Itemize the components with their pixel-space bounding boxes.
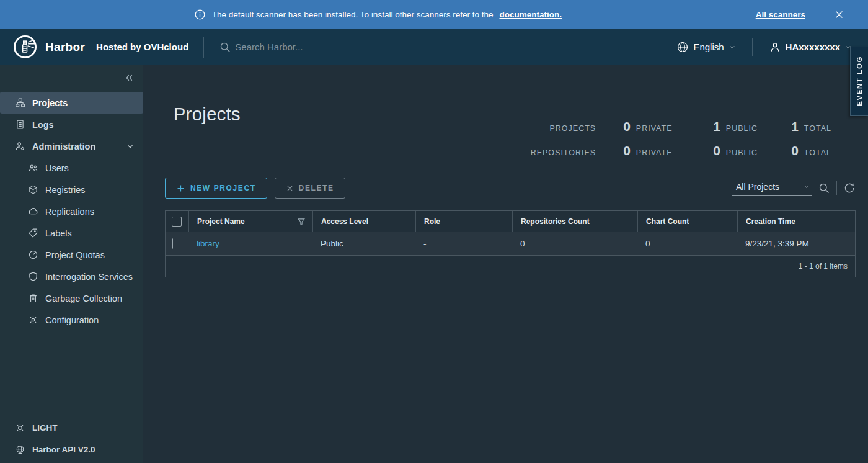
sidebar-item-label: Administration <box>32 142 95 151</box>
column-header-project-name: Project Name <box>188 211 312 232</box>
api-globe-icon <box>15 444 25 455</box>
plus-icon <box>176 184 185 193</box>
sidebar-item-project-quotas[interactable]: Project Quotas <box>0 244 143 266</box>
chevron-down-icon <box>803 183 810 191</box>
sidebar-item-projects[interactable]: Projects <box>0 92 143 114</box>
projects-toolbar: NEW PROJECT DELETE All Projects <box>165 178 856 199</box>
sidebar-item-label: Registries <box>45 185 85 195</box>
chevron-down-icon <box>126 142 135 151</box>
stat-value: 0 <box>713 143 720 158</box>
stat-value: 1 <box>713 119 720 134</box>
alert-content: The default scanner has been installed. … <box>0 9 756 20</box>
pagination-summary: 1 - 1 of 1 items <box>799 262 848 271</box>
users-icon <box>28 163 38 173</box>
sidebar-item-users[interactable]: Users <box>0 157 143 179</box>
main-content: Projects PROJECTS 0PRIVATE 1PUBLIC 1TOTA… <box>143 65 868 463</box>
sidebar-item-label: Projects <box>32 98 68 108</box>
tag-icon <box>28 228 38 238</box>
row-checkbox[interactable] <box>172 238 173 249</box>
access-level-cell: Public <box>312 239 415 248</box>
repositories-count-cell: 0 <box>512 239 637 248</box>
projects-table: Project Name Access Level Role Repositor… <box>165 210 856 277</box>
stat-unit: PRIVATE <box>636 124 673 133</box>
user-menu[interactable]: HAxxxxxxxx <box>769 41 852 53</box>
globe-icon <box>676 41 689 53</box>
sidebar-item-label: Logs <box>32 120 54 130</box>
sidebar-item-configuration[interactable]: Configuration <box>0 309 143 331</box>
header-divider <box>752 38 753 56</box>
delete-label: DELETE <box>299 184 334 192</box>
search-input[interactable] <box>235 42 371 52</box>
toolbar-divider <box>836 181 837 195</box>
sidebar-item-label: Labels <box>45 228 72 238</box>
project-link[interactable]: library <box>197 239 219 248</box>
hosted-by-label: Hosted by OVHcloud <box>96 42 188 52</box>
info-icon <box>194 9 206 20</box>
stat-unit: TOTAL <box>804 124 831 133</box>
table-search-icon[interactable] <box>818 182 830 194</box>
event-log-label: EVENT LOG <box>856 56 863 106</box>
sidebar-item-label: Configuration <box>45 315 99 325</box>
sidebar-item-label: Interrogation Services <box>45 272 133 282</box>
sun-icon <box>15 423 25 433</box>
column-header-access-level: Access Level <box>312 211 415 232</box>
sidebar-item-label: Replications <box>45 207 94 217</box>
sidebar-item-interrogation-services[interactable]: Interrogation Services <box>0 266 143 287</box>
stat-unit: PUBLIC <box>726 124 758 133</box>
sidebar-item-administration[interactable]: Administration <box>0 135 143 157</box>
creation-time-cell: 9/23/21, 3:39 PM <box>737 239 855 248</box>
stat-value: 0 <box>623 143 631 158</box>
role-cell: - <box>415 239 512 248</box>
delete-button[interactable]: DELETE <box>275 178 345 199</box>
app-header: Harbor Hosted by OVHcloud English <box>0 29 868 65</box>
capacity-icon <box>28 249 38 260</box>
sidebar-item-labels[interactable]: Labels <box>0 222 143 244</box>
column-header-creation-time: Creation Time <box>737 211 855 232</box>
select-all-checkbox[interactable] <box>172 217 182 227</box>
chevron-down-icon <box>728 43 736 51</box>
trash-icon <box>28 293 38 303</box>
stat-value: 1 <box>791 119 799 134</box>
refresh-icon[interactable] <box>843 182 856 194</box>
column-header-chart-count: Chart Count <box>637 211 737 232</box>
header-divider <box>203 37 204 58</box>
theme-toggle-light[interactable]: LIGHT <box>0 417 143 439</box>
flow-chart-icon <box>15 97 25 108</box>
sidebar-item-replications[interactable]: Replications <box>0 200 143 222</box>
column-header-role: Role <box>415 211 512 232</box>
stat-value: 0 <box>623 119 631 134</box>
sidebar-collapse-button[interactable] <box>0 70 143 83</box>
documentation-link[interactable]: documentation. <box>499 10 562 19</box>
search-icon <box>219 41 231 53</box>
sidebar-item-registries[interactable]: Registries <box>0 179 143 200</box>
stat-row-label: REPOSITORIES <box>531 148 624 157</box>
stat-unit: PRIVATE <box>636 148 673 157</box>
sidebar: Projects Logs Administration <box>0 65 143 463</box>
chart-count-cell: 0 <box>637 239 737 248</box>
filter-icon[interactable] <box>298 218 305 225</box>
document-icon <box>15 119 25 130</box>
cloud-icon <box>28 206 38 217</box>
sidebar-item-garbage-collection[interactable]: Garbage Collection <box>0 287 143 309</box>
gear-icon <box>28 315 38 325</box>
new-project-label: NEW PROJECT <box>190 184 256 192</box>
table-row: library Public - 0 0 9/23/21, 3:39 PM <box>166 232 855 256</box>
brand-title: Harbor <box>45 40 85 54</box>
close-icon[interactable] <box>834 9 844 20</box>
admin-user-icon <box>15 141 25 151</box>
project-filter-select[interactable]: All Projects <box>732 181 812 196</box>
global-search <box>219 41 371 53</box>
stat-row-label: PROJECTS <box>531 124 624 133</box>
sidebar-item-harbor-api[interactable]: Harbor API V2.0 <box>0 439 143 461</box>
event-log-tab[interactable]: EVENT LOG <box>850 47 868 116</box>
new-project-button[interactable]: NEW PROJECT <box>165 178 267 199</box>
language-menu[interactable]: English <box>676 41 735 53</box>
column-header-repositories-count: Repositories Count <box>512 211 637 232</box>
language-label: English <box>693 42 724 52</box>
alert-message: The default scanner has been installed. … <box>212 10 494 19</box>
filter-value: All Projects <box>736 182 779 192</box>
sidebar-item-logs[interactable]: Logs <box>0 114 143 135</box>
stat-unit: TOTAL <box>804 148 831 157</box>
all-scanners-link[interactable]: All scanners <box>756 10 805 19</box>
cube-icon <box>28 184 38 195</box>
